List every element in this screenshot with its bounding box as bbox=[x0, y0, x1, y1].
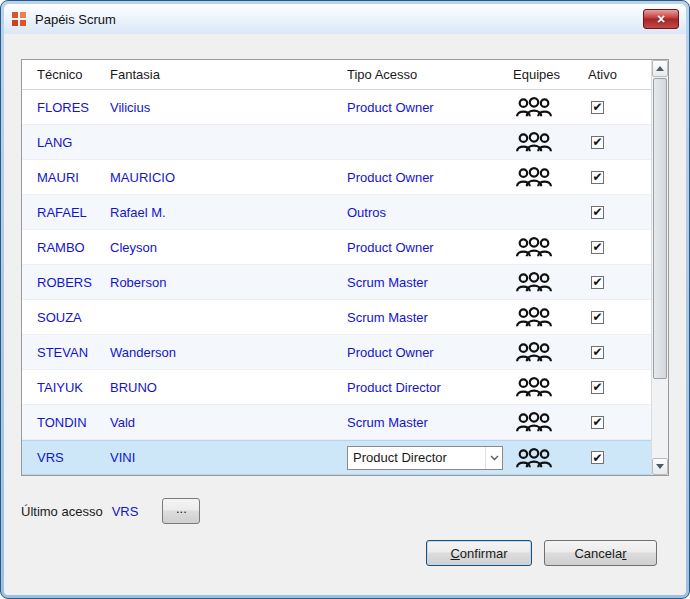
last-access-label: Último acesso bbox=[21, 504, 103, 519]
dialog-papeis-scrum: Papéis Scrum × Técnico Fantasia Tipo Ace… bbox=[0, 0, 690, 599]
vertical-scrollbar[interactable] bbox=[651, 60, 668, 475]
close-icon: × bbox=[657, 12, 665, 26]
team-icon[interactable] bbox=[515, 376, 553, 398]
cell-tecnico: RAFAEL bbox=[22, 205, 110, 220]
table-row[interactable]: SOUZA Scrum Master ✔ bbox=[22, 300, 651, 335]
ativo-checkbox[interactable]: ✔ bbox=[591, 451, 604, 464]
cell-equipes bbox=[507, 271, 585, 293]
cell-tecnico: LANG bbox=[22, 135, 110, 150]
cell-equipes bbox=[507, 131, 585, 153]
table-row[interactable]: ROBERS Roberson Scrum Master ✔ bbox=[22, 265, 651, 300]
team-icon[interactable] bbox=[515, 411, 553, 433]
table-row[interactable]: RAFAEL Rafael M. Outros ✔ bbox=[22, 195, 651, 230]
cell-fantasia: Cleyson bbox=[110, 240, 347, 255]
last-access-value: VRS bbox=[112, 504, 139, 519]
last-access-row: Último acesso VRS ... bbox=[21, 498, 669, 524]
table-row[interactable]: TONDIN Vald Scrum Master ✔ bbox=[22, 405, 651, 440]
team-icon[interactable] bbox=[515, 131, 553, 153]
close-button[interactable]: × bbox=[643, 9, 679, 29]
cell-tipo-acesso: Product Owner bbox=[347, 100, 507, 115]
column-header-tecnico[interactable]: Técnico bbox=[22, 67, 110, 82]
ativo-checkbox[interactable]: ✔ bbox=[591, 171, 604, 184]
arrow-down-icon bbox=[656, 464, 664, 469]
table-row[interactable]: RAMBO Cleyson Product Owner ✔ bbox=[22, 230, 651, 265]
cell-equipes bbox=[507, 411, 585, 433]
table-row[interactable]: LANG ✔ bbox=[22, 125, 651, 160]
cell-ativo: ✔ bbox=[585, 346, 651, 359]
confirm-button[interactable]: Confirmar bbox=[426, 540, 532, 566]
dialog-buttons: Confirmar Cancelar bbox=[21, 540, 669, 566]
team-icon[interactable] bbox=[515, 166, 553, 188]
scrollbar-track[interactable] bbox=[652, 77, 668, 458]
column-header-fantasia[interactable]: Fantasia bbox=[110, 67, 347, 82]
cell-ativo: ✔ bbox=[585, 241, 651, 254]
cell-equipes bbox=[507, 376, 585, 398]
team-icon[interactable] bbox=[515, 271, 553, 293]
cell-fantasia: VINI bbox=[110, 450, 347, 465]
cell-tecnico: RAMBO bbox=[22, 240, 110, 255]
cell-tipo-acesso: Product Owner bbox=[347, 170, 507, 185]
table-row[interactable]: STEVAN Wanderson Product Owner ✔ bbox=[22, 335, 651, 370]
ativo-checkbox[interactable]: ✔ bbox=[591, 206, 604, 219]
table-row[interactable]: TAIYUK BRUNO Product Director ✔ bbox=[22, 370, 651, 405]
cell-ativo: ✔ bbox=[585, 311, 651, 324]
cell-fantasia: Wanderson bbox=[110, 345, 347, 360]
window-title: Papéis Scrum bbox=[35, 12, 116, 27]
cell-fantasia: MAURICIO bbox=[110, 170, 347, 185]
title-bar[interactable]: Papéis Scrum × bbox=[4, 4, 686, 34]
cell-fantasia: Roberson bbox=[110, 275, 347, 290]
team-icon[interactable] bbox=[515, 341, 553, 363]
scroll-down-button[interactable] bbox=[652, 458, 668, 475]
cell-tipo-acesso: Product Director bbox=[347, 446, 507, 470]
scroll-up-button[interactable] bbox=[652, 60, 668, 77]
team-icon[interactable] bbox=[515, 236, 553, 258]
chevron-down-icon bbox=[485, 447, 502, 469]
cell-tecnico: VRS bbox=[22, 450, 110, 465]
team-icon[interactable] bbox=[515, 447, 553, 469]
cell-tipo-acesso: Outros bbox=[347, 205, 507, 220]
table-row[interactable]: VRS VINI Product Director ✔ bbox=[22, 440, 651, 475]
cell-equipes bbox=[507, 96, 585, 118]
cell-tipo-acesso: Scrum Master bbox=[347, 415, 507, 430]
ativo-checkbox[interactable]: ✔ bbox=[591, 101, 604, 114]
column-header-equipes[interactable]: Equipes bbox=[507, 67, 585, 82]
ativo-checkbox[interactable]: ✔ bbox=[591, 381, 604, 394]
ativo-checkbox[interactable]: ✔ bbox=[591, 346, 604, 359]
combo-value: Product Director bbox=[348, 450, 485, 465]
ativo-checkbox[interactable]: ✔ bbox=[591, 311, 604, 324]
dialog-content: Técnico Fantasia Tipo Acesso Equipes Ati… bbox=[4, 34, 686, 595]
ativo-checkbox[interactable]: ✔ bbox=[591, 136, 604, 149]
cell-ativo: ✔ bbox=[585, 206, 651, 219]
cell-ativo: ✔ bbox=[585, 276, 651, 289]
cell-tipo-acesso: Product Owner bbox=[347, 240, 507, 255]
cell-ativo: ✔ bbox=[585, 416, 651, 429]
cell-tecnico: ROBERS bbox=[22, 275, 110, 290]
ativo-checkbox[interactable]: ✔ bbox=[591, 276, 604, 289]
column-header-tipo-acesso[interactable]: Tipo Acesso bbox=[347, 67, 507, 82]
table-row[interactable]: MAURI MAURICIO Product Owner ✔ bbox=[22, 160, 651, 195]
cell-fantasia: Rafael M. bbox=[110, 205, 347, 220]
cell-tecnico: MAURI bbox=[22, 170, 110, 185]
cell-tipo-acesso: Scrum Master bbox=[347, 275, 507, 290]
team-icon[interactable] bbox=[515, 306, 553, 328]
cancel-button[interactable]: Cancelar bbox=[544, 540, 657, 566]
cell-fantasia: BRUNO bbox=[110, 380, 347, 395]
cell-fantasia: Vilicius bbox=[110, 100, 347, 115]
tipo-acesso-combobox[interactable]: Product Director bbox=[347, 446, 503, 470]
team-icon[interactable] bbox=[515, 96, 553, 118]
browse-button[interactable]: ... bbox=[162, 498, 200, 524]
ativo-checkbox[interactable]: ✔ bbox=[591, 241, 604, 254]
cell-equipes bbox=[507, 236, 585, 258]
scrollbar-thumb[interactable] bbox=[653, 78, 667, 379]
cell-equipes bbox=[507, 447, 585, 469]
column-header-ativo[interactable]: Ativo bbox=[585, 67, 651, 82]
cell-tipo-acesso: Scrum Master bbox=[347, 310, 507, 325]
ativo-checkbox[interactable]: ✔ bbox=[591, 416, 604, 429]
table-header: Técnico Fantasia Tipo Acesso Equipes Ati… bbox=[22, 60, 651, 90]
roles-table: Técnico Fantasia Tipo Acesso Equipes Ati… bbox=[21, 59, 669, 476]
cell-tecnico: FLORES bbox=[22, 100, 110, 115]
cell-fantasia: Vald bbox=[110, 415, 347, 430]
table-row[interactable]: FLORES Vilicius Product Owner ✔ bbox=[22, 90, 651, 125]
cell-tecnico: TONDIN bbox=[22, 415, 110, 430]
arrow-up-icon bbox=[656, 66, 664, 71]
